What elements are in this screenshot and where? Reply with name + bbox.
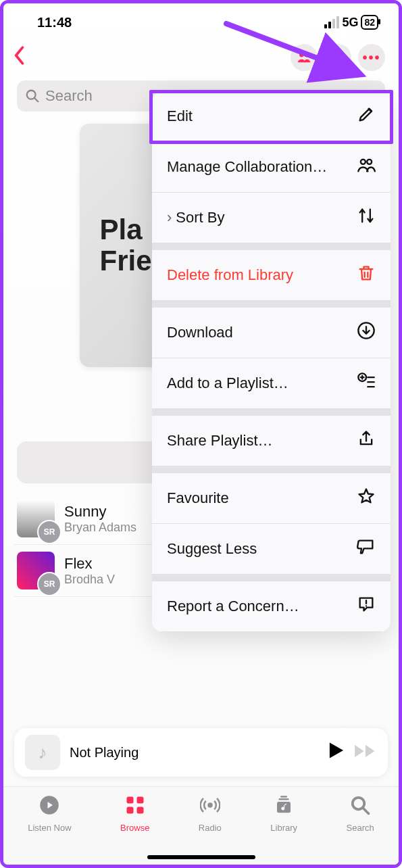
thumbs-down-icon — [357, 537, 376, 560]
menu-item-label: Sort By — [176, 209, 224, 226]
song-artwork — [17, 552, 55, 589]
svg-point-16 — [367, 160, 372, 164]
menu-item-label: Favourite — [167, 489, 229, 507]
svg-point-15 — [361, 160, 366, 164]
library-icon — [274, 795, 294, 820]
status-time: 11:48 — [37, 15, 72, 30]
menu-item-label: Delete from Library — [167, 266, 293, 284]
svg-rect-8 — [136, 807, 143, 814]
search-icon — [25, 89, 40, 103]
svg-rect-7 — [126, 807, 133, 814]
tab-search[interactable]: Search — [347, 795, 374, 865]
menu-item-label: Edit — [167, 107, 193, 125]
pencil-icon — [357, 105, 376, 128]
download-icon — [357, 321, 376, 344]
search-placeholder: Search — [45, 87, 93, 105]
status-bar: 11:48 5G 82 — [3, 3, 399, 37]
nav-bar: ••• — [3, 37, 399, 75]
add-to-list-icon — [357, 372, 376, 395]
trash-icon — [357, 264, 376, 287]
menu-item-manage-collab[interactable]: Manage Collaboration… — [152, 142, 391, 193]
home-indicator[interactable] — [147, 855, 255, 859]
battery-icon: 82 — [361, 15, 378, 30]
miniplayer-art: ♪ — [25, 735, 60, 770]
tab-listen-now[interactable]: Listen Now — [28, 795, 71, 865]
svg-rect-12 — [280, 796, 287, 798]
share-icon — [357, 429, 376, 452]
tab-radio[interactable]: Radio — [199, 795, 222, 865]
radio-icon — [200, 795, 220, 820]
menu-item-edit[interactable]: Edit — [152, 91, 391, 142]
play-circle-icon — [39, 795, 59, 820]
menu-item-suggest-less[interactable]: Suggest Less — [152, 524, 391, 575]
menu-item-label: Add to a Playlist… — [167, 375, 288, 392]
svg-point-9 — [208, 804, 211, 807]
menu-item-label: Download — [167, 324, 233, 341]
tab-label: Library — [270, 823, 297, 833]
menu-item-label: Suggest Less — [167, 540, 257, 558]
menu-item-sort-by[interactable]: ›Sort By — [152, 193, 391, 243]
artwork-text-line1: Pla — [100, 214, 143, 245]
svg-rect-6 — [136, 797, 143, 804]
menu-item-label: Share Playlist… — [167, 432, 273, 450]
menu-item-download[interactable]: Download — [152, 308, 391, 358]
tab-browse[interactable]: Browse — [120, 795, 149, 865]
artwork-text-line2: Frie — [100, 245, 152, 276]
tab-label: Browse — [120, 823, 149, 833]
more-button[interactable]: ••• — [358, 44, 385, 71]
network-label: 5G — [342, 16, 358, 30]
chevron-right-icon: › — [167, 209, 172, 226]
back-button[interactable] — [13, 45, 25, 70]
miniplayer[interactable]: ♪ Not Playing — [14, 728, 388, 777]
miniplayer-text: Not Playing — [70, 745, 319, 761]
menu-item-share[interactable]: Share Playlist… — [152, 416, 391, 466]
download-status-button[interactable] — [324, 44, 351, 71]
signal-icon — [324, 16, 339, 28]
context-menu: Edit Manage Collaboration… ›Sort By Dele… — [152, 91, 391, 632]
menu-item-report[interactable]: Report a Concern… — [152, 581, 391, 632]
sort-icon — [357, 206, 376, 229]
svg-point-0 — [299, 53, 303, 57]
svg-line-3 — [34, 98, 39, 102]
status-right: 5G 82 — [324, 15, 378, 30]
browse-icon — [125, 795, 145, 820]
tab-library[interactable]: Library — [270, 795, 297, 865]
menu-item-label: Report a Concern… — [167, 598, 299, 615]
menu-item-label: Manage Collaboration… — [167, 158, 327, 176]
tab-label: Search — [347, 823, 374, 833]
tab-label: Radio — [199, 823, 222, 833]
svg-rect-5 — [126, 797, 133, 804]
report-icon — [357, 595, 376, 618]
search-icon — [350, 795, 370, 820]
svg-point-1 — [304, 53, 308, 57]
miniplayer-play-button[interactable] — [328, 742, 345, 764]
people-icon — [357, 155, 376, 178]
tab-label: Listen Now — [28, 823, 71, 833]
tab-bar: Listen Now Browse Radio Library Search — [3, 786, 399, 865]
menu-item-add-to-playlist[interactable]: Add to a Playlist… — [152, 358, 391, 409]
song-artwork — [17, 500, 55, 537]
svg-line-14 — [363, 808, 369, 814]
star-icon — [357, 487, 376, 510]
menu-item-delete[interactable]: Delete from Library — [152, 250, 391, 301]
miniplayer-forward-button[interactable] — [354, 742, 377, 763]
collaborators-button[interactable] — [291, 44, 318, 71]
svg-rect-11 — [279, 798, 289, 800]
menu-item-favourite[interactable]: Favourite — [152, 473, 391, 524]
